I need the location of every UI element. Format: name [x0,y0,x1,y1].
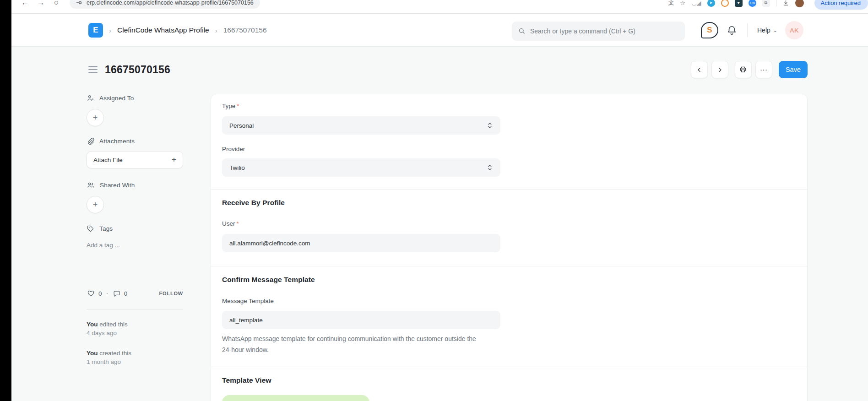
breadcrumb-doctype[interactable]: ClefinCode WhatsApp Profile [117,26,209,34]
avatar[interactable]: AK [785,21,803,39]
assigned-to-section: Assigned To [87,94,134,102]
download-icon[interactable] [782,0,789,6]
form-card: Type* Personal Provider Twilio Receive B… [211,94,808,401]
edited-history-item: You edited this 4 days ago [87,320,128,337]
action-required-badge[interactable]: Action required [814,0,868,10]
section-divider [211,189,807,190]
help-label: Help [757,27,770,34]
type-select[interactable]: Personal [222,116,500,135]
chevron-left-icon [696,66,703,73]
follow-button[interactable]: FOLLOW [159,291,183,296]
breadcrumb: E › ClefinCode WhatsApp Profile › 166750… [88,14,267,47]
attachments-section: Attachments [87,137,135,145]
user-value: ali.alammori@clefincode.com [229,240,310,247]
search-icon [518,27,526,35]
section-divider [211,367,807,367]
print-icon [739,65,747,74]
tags-section: Tags [87,225,113,233]
shared-with-label: Shared With [100,182,135,189]
required-marker: * [237,103,239,109]
url-text[interactable]: erp.clefincode.com/app/clefincode-whatsa… [87,0,254,6]
add-assignment-button[interactable]: + [87,109,104,126]
breadcrumb-docname[interactable]: 16675070156 [223,26,267,34]
chevron-right-icon: › [215,27,217,34]
message-template-input[interactable]: ali_template [222,311,500,329]
extension-hearing-icon[interactable]: ◡◢ [691,0,701,6]
section-divider [211,266,807,266]
created-history-item: You created this 1 month ago [87,349,131,366]
chevron-right-icon: › [109,27,111,34]
history-action: created this [98,350,132,357]
extension-zoom-icon[interactable]: zm [749,0,756,7]
sidebar-toggle-icon[interactable] [88,66,98,73]
comment-icon[interactable] [113,290,121,298]
history-time: 4 days ago [87,329,128,337]
attach-file-button[interactable]: Attach File + [87,151,183,168]
provider-field-label: Provider [222,146,245,152]
confirm-message-template-heading: Confirm Message Template [222,276,315,284]
user-plus-icon [87,94,94,102]
bookmark-star-icon[interactable]: ☆ [680,0,686,6]
bell-icon[interactable] [726,25,738,36]
provider-select[interactable]: Twilio [222,158,500,177]
help-menu[interactable]: Help ⌄ [757,27,777,34]
sidebar-divider [87,309,183,310]
profile-icon[interactable] [795,0,804,7]
chevrons-updown-icon [487,164,493,171]
history-action: edited this [98,321,128,328]
tags-label: Tags [99,225,113,232]
extension-telegram-icon[interactable]: ➤ [707,0,715,7]
app-logo[interactable]: E [88,23,103,38]
menu-button[interactable]: ... [755,61,772,78]
message-template-value: ali_template [229,317,263,324]
template-preview-bubble [222,395,369,401]
page-title-row: 16675070156 ... Save [88,55,808,84]
save-button[interactable]: Save [779,61,808,78]
chat-logo-icon[interactable]: S [701,22,718,38]
chevron-right-icon [716,66,723,73]
type-value: Personal [229,122,254,129]
plus-icon: + [172,155,176,164]
screen-edge [0,0,11,401]
global-search-input[interactable]: Search or type a command (Ctrl + G) [512,22,685,41]
reload-icon[interactable]: ○ [49,0,64,7]
search-placeholder: Search or type a command (Ctrl + G) [530,27,635,35]
header-divider [747,23,748,37]
attach-file-label: Attach File [93,157,123,163]
add-share-button[interactable]: + [87,196,104,213]
message-template-description: WhatsApp message template for continuing… [222,333,481,355]
chevrons-updown-icon [487,122,493,129]
user-input[interactable]: ali.alammori@clefincode.com [222,234,500,252]
users-icon [87,181,95,189]
prev-document-button[interactable] [691,61,708,78]
heart-icon[interactable] [87,289,95,298]
template-view-heading: Template View [222,376,271,385]
forward-icon[interactable]: → [33,0,49,7]
history-actor: You [87,321,98,328]
translate-icon[interactable]: 文 [668,0,674,7]
receive-by-profile-heading: Receive By Profile [222,199,285,207]
page-title: 16675070156 [105,64,170,76]
app-header: E › ClefinCode WhatsApp Profile › 166750… [0,14,868,47]
browser-toolbar: ← → ○ erp.clefincode.com/app/clefincode-… [0,0,868,14]
chevron-down-icon: ⌄ [773,27,777,33]
comments-count[interactable]: 0 [124,290,128,297]
print-button[interactable] [735,61,752,78]
tag-icon [87,225,94,233]
engagement-row: 0 · 0 FOLLOW [87,289,183,298]
site-info-icon[interactable] [76,0,82,6]
history-actor: You [87,350,98,357]
likes-count[interactable]: 0 [98,290,102,297]
extension-shield-icon[interactable] [721,0,729,7]
extension-heart-icon[interactable]: ♥ [735,0,743,7]
dot-separator: · [106,289,108,298]
address-bar[interactable]: erp.clefincode.com/app/clefincode-whatsa… [70,0,260,9]
back-icon[interactable]: ← [17,0,33,7]
add-tag-input[interactable]: Add a tag ... [87,242,120,249]
toolbar-divider [776,0,776,6]
extension-clipboard-icon[interactable]: ⧉ [762,0,770,7]
next-document-button[interactable] [711,61,728,78]
history-time: 1 month ago [87,358,131,366]
paperclip-icon [87,137,94,145]
type-field-label: Type* [222,103,239,109]
